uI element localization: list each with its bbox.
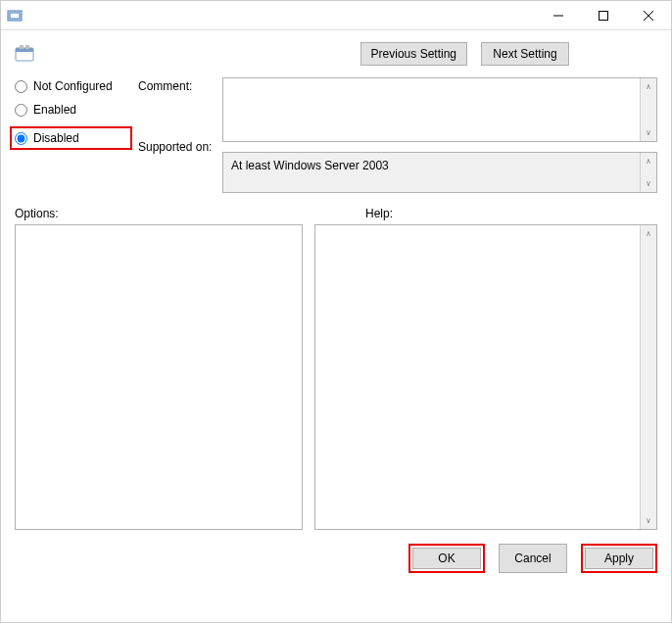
help-label: Help: [365, 207, 393, 220]
scroll-up-icon: ∧ [641, 78, 656, 95]
radio-enabled-label: Enabled [33, 103, 76, 117]
cancel-button[interactable]: Cancel [499, 544, 567, 573]
comment-scrollbar[interactable]: ∧ ∨ [640, 78, 656, 141]
scroll-up-icon: ∧ [641, 153, 656, 169]
policy-icon [15, 45, 34, 63]
comment-label: Comment: [138, 79, 216, 93]
scroll-up-icon: ∧ [641, 225, 656, 242]
highlight-disabled: Disabled [10, 126, 132, 150]
previous-setting-button[interactable]: Previous Setting [360, 42, 467, 66]
svg-rect-9 [25, 45, 29, 49]
ok-button[interactable]: OK [412, 548, 481, 569]
help-scrollbar[interactable]: ∧ ∨ [640, 225, 656, 529]
options-label: Options: [15, 207, 309, 220]
options-pane [15, 224, 303, 530]
next-setting-button[interactable]: Next Setting [481, 42, 569, 66]
svg-rect-3 [600, 11, 608, 20]
supported-on-scrollbar[interactable]: ∧ ∨ [640, 153, 656, 192]
maximize-button[interactable] [581, 1, 626, 30]
comment-textarea[interactable] [223, 78, 640, 141]
radio-not-configured-label: Not Configured [33, 79, 113, 93]
highlight-apply: Apply [581, 544, 657, 573]
supported-on-value: At least Windows Server 2003 [223, 153, 640, 192]
close-button[interactable] [626, 1, 671, 30]
svg-rect-1 [10, 13, 20, 19]
scroll-down-icon: ∨ [641, 175, 656, 192]
app-icon [7, 8, 23, 24]
svg-rect-7 [16, 48, 33, 52]
help-pane: ∧ ∨ [314, 224, 657, 530]
supported-on-label: Supported on: [138, 140, 216, 154]
scroll-down-icon: ∨ [641, 512, 656, 529]
radio-not-configured[interactable]: Not Configured [15, 79, 132, 93]
radio-disabled[interactable]: Disabled [15, 131, 79, 145]
radio-enabled[interactable]: Enabled [15, 103, 132, 117]
supported-on-field: At least Windows Server 2003 ∧ ∨ [222, 152, 657, 193]
apply-button[interactable]: Apply [585, 548, 653, 569]
comment-field[interactable]: ∧ ∨ [222, 77, 657, 142]
toolbar: Previous Setting Next Setting [1, 30, 671, 66]
help-content [315, 225, 640, 529]
dialog-buttons: OK Cancel Apply [1, 530, 671, 581]
setting-state-radios: Not Configured Enabled Disabled [15, 73, 132, 193]
highlight-ok: OK [408, 544, 485, 573]
scroll-down-icon: ∨ [641, 124, 656, 141]
radio-disabled-label: Disabled [33, 131, 79, 145]
minimize-button[interactable] [536, 1, 581, 30]
options-content [16, 225, 302, 529]
svg-rect-8 [20, 45, 24, 49]
titlebar [1, 1, 671, 30]
